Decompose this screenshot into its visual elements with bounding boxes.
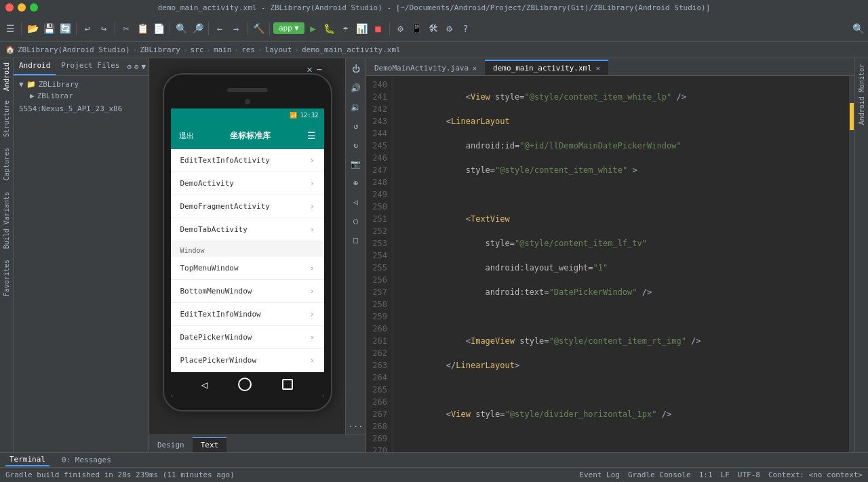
favorites-tab[interactable]: Favorites bbox=[0, 254, 13, 302]
main-layout: Android Structure Captures Build Variant… bbox=[0, 58, 868, 452]
structure-tab[interactable]: Structure bbox=[0, 95, 13, 142]
phone-menu-icon[interactable]: ☰ bbox=[307, 130, 316, 141]
gear-filetree-icon[interactable]: ▼ bbox=[141, 62, 146, 71]
tab-java-close[interactable]: ✕ bbox=[473, 64, 477, 72]
sync-filetree-icon[interactable]: ⚙ bbox=[127, 62, 132, 71]
paste-icon[interactable]: 📄 bbox=[151, 21, 166, 36]
event-log-link[interactable]: Event Log bbox=[579, 470, 620, 479]
tab-xml-close[interactable]: ✕ bbox=[596, 64, 600, 72]
open-icon[interactable]: 📂 bbox=[25, 21, 40, 36]
gradle-console-link[interactable]: Gradle Console bbox=[628, 470, 691, 479]
help-icon[interactable]: ? bbox=[458, 21, 473, 36]
cut-icon[interactable]: ✂ bbox=[119, 21, 134, 36]
gradle-sync-icon[interactable]: ⚙ bbox=[393, 21, 408, 36]
sdk-icon[interactable]: 🛠 bbox=[426, 21, 441, 36]
tab-xml[interactable]: demo_main_activity.xml ✕ bbox=[485, 60, 608, 75]
rotate-right-icon[interactable]: ↻ bbox=[348, 137, 364, 153]
back-icon[interactable]: ← bbox=[212, 21, 227, 36]
tree-child-item[interactable]: ▶ ZBLibrar bbox=[16, 90, 146, 102]
android-filetree-tab[interactable]: Android bbox=[14, 58, 56, 75]
chevron-icon-2: › bbox=[310, 202, 315, 211]
phone-back-nav-icon[interactable]: ◁ bbox=[201, 378, 208, 391]
breadcrumb-layout[interactable]: layout bbox=[265, 45, 292, 54]
profile-icon[interactable]: 📊 bbox=[355, 21, 370, 36]
breadcrumb-res[interactable]: res bbox=[241, 45, 255, 54]
project-files-tab[interactable]: Project Files bbox=[56, 58, 125, 75]
phone-window-item-4[interactable]: PlacePickerWindow › bbox=[171, 349, 324, 372]
forward-icon[interactable]: → bbox=[229, 21, 243, 36]
maximize-button[interactable] bbox=[30, 3, 38, 12]
phone-list-item-0[interactable]: EditTextInfoActivity › bbox=[171, 149, 324, 172]
settings-icon[interactable]: ⚙ bbox=[442, 21, 457, 36]
breadcrumb-zblibrary[interactable]: ZBLibrary bbox=[140, 45, 180, 54]
volume-up-icon[interactable]: 🔊 bbox=[348, 80, 364, 96]
menu-icon[interactable]: ☰ bbox=[3, 21, 18, 36]
minimize-button[interactable] bbox=[18, 3, 26, 12]
build-variants-tab-left[interactable]: Build Variants bbox=[0, 186, 13, 254]
phone-window-label-4: PlacePickerWindow bbox=[180, 356, 257, 365]
power-icon[interactable]: ⏻ bbox=[348, 61, 364, 77]
phone-list-item-1[interactable]: DemoActivity › bbox=[171, 172, 324, 195]
phone-window-item-2[interactable]: EditTextInfoWindow › bbox=[171, 303, 324, 326]
run-button[interactable]: app ▼ bbox=[273, 22, 304, 34]
breadcrumb-src[interactable]: src bbox=[190, 45, 203, 54]
preview-close-icon[interactable]: ✕ bbox=[307, 64, 312, 75]
android-monitor-label[interactable]: Android Monitor bbox=[855, 58, 868, 130]
phone-window-item-0[interactable]: TopMenuWindow › bbox=[171, 257, 324, 280]
phone-list-item-2[interactable]: DemoFragmentActivity › bbox=[171, 195, 324, 218]
coverage-icon[interactable]: ☂ bbox=[338, 21, 353, 36]
phone-back-label[interactable]: 退出 bbox=[179, 131, 194, 141]
zoom-in-icon[interactable]: ⊕ bbox=[348, 175, 364, 191]
code-line-244 bbox=[407, 188, 846, 201]
breadcrumb-file[interactable]: demo_main_activity.xml bbox=[302, 45, 401, 54]
terminal-tab[interactable]: Terminal bbox=[5, 454, 50, 466]
build-icon[interactable]: 🔨 bbox=[251, 21, 266, 36]
undo-icon[interactable]: ↩ bbox=[80, 21, 95, 36]
save-icon[interactable]: 💾 bbox=[41, 21, 56, 36]
avd-icon[interactable]: 📱 bbox=[410, 21, 425, 36]
run-dropdown-icon[interactable]: ▼ bbox=[294, 24, 299, 33]
back-arrow-icon[interactable]: ◁ bbox=[348, 194, 364, 210]
circle-icon[interactable]: ○ bbox=[348, 213, 364, 229]
breadcrumb-main[interactable]: main bbox=[214, 45, 232, 54]
android-tab[interactable]: Android bbox=[0, 58, 13, 95]
sync-icon[interactable]: 🔄 bbox=[58, 21, 73, 36]
copy-icon[interactable]: 📋 bbox=[135, 21, 150, 36]
tree-root-item[interactable]: ▼ 📁 ZBLibrary bbox=[16, 79, 146, 90]
messages-tab[interactable]: 0: Messages bbox=[58, 454, 115, 466]
stop-icon[interactable]: ■ bbox=[371, 21, 386, 36]
phone-window-item-1[interactable]: BottomMenuWindow › bbox=[171, 280, 324, 303]
breadcrumb-root[interactable]: 🏠 bbox=[5, 45, 15, 54]
global-search-icon[interactable]: 🔍 bbox=[850, 21, 865, 36]
status-left: Gradle build finished in 28s 239ms (11 m… bbox=[5, 470, 235, 479]
tree-root-label: ZBLibrary bbox=[39, 80, 79, 89]
chevron-icon-1: › bbox=[310, 179, 315, 188]
run-icon[interactable]: ▶ bbox=[306, 21, 321, 36]
code-content[interactable]: <View style="@style/content_item_white_l… bbox=[399, 76, 854, 452]
search-icon[interactable]: 🔍 bbox=[174, 21, 189, 36]
code-scroll-area[interactable]: 240 241 242 243 244 245 246 247 248 249 … bbox=[366, 76, 854, 452]
phone-recent-button[interactable] bbox=[282, 379, 293, 390]
phone-list-item-3[interactable]: DemoTabActivity › bbox=[171, 218, 324, 241]
more-icon[interactable]: ··· bbox=[348, 418, 364, 435]
redo-icon[interactable]: ↪ bbox=[96, 21, 111, 36]
settings-filetree-icon[interactable]: ⚙ bbox=[134, 62, 139, 71]
camera-icon[interactable]: 📷 bbox=[348, 156, 364, 172]
find-usages-icon[interactable]: 🔎 bbox=[190, 21, 205, 36]
text-tab[interactable]: Text bbox=[193, 437, 227, 452]
captures-tab[interactable]: Captures bbox=[0, 142, 13, 186]
square-icon[interactable]: □ bbox=[348, 232, 364, 248]
phone-list-label-1: DemoActivity bbox=[180, 179, 234, 188]
volume-down-icon[interactable]: 🔉 bbox=[348, 99, 364, 115]
tab-java[interactable]: DemoMainActivity.java ✕ bbox=[366, 61, 485, 75]
phone-window-item-3[interactable]: DatePickerWindow › bbox=[171, 326, 324, 349]
preview-minimize-icon[interactable]: − bbox=[317, 64, 322, 75]
rotate-left-icon[interactable]: ↺ bbox=[348, 118, 364, 134]
close-button[interactable] bbox=[5, 3, 14, 12]
phone-home-button[interactable] bbox=[238, 378, 252, 391]
breadcrumb-zblibrary-studio[interactable]: ZBLibrary(Android Studio) bbox=[18, 45, 130, 54]
debug-icon[interactable]: 🐛 bbox=[322, 21, 337, 36]
window-chevron-3: › bbox=[310, 333, 315, 342]
code-line-248: android:text="DatePickerWindow" /> bbox=[407, 286, 846, 298]
design-tab[interactable]: Design bbox=[149, 437, 193, 452]
